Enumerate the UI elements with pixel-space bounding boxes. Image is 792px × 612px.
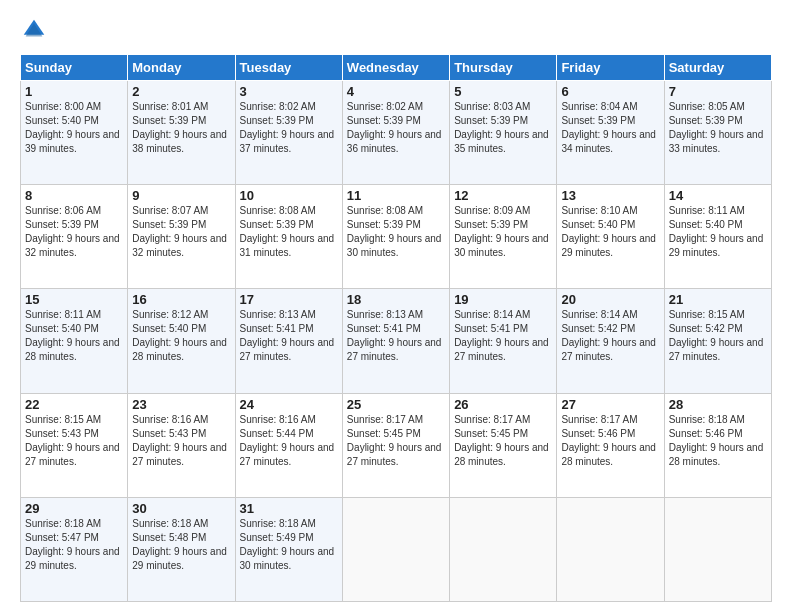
weekday-header-wednesday: Wednesday: [342, 55, 449, 81]
day-number: 16: [132, 292, 230, 307]
day-number: 29: [25, 501, 123, 516]
day-detail: Sunrise: 8:11 AMSunset: 5:40 PMDaylight:…: [669, 205, 764, 258]
day-detail: Sunrise: 8:10 AMSunset: 5:40 PMDaylight:…: [561, 205, 656, 258]
day-cell-18: 18Sunrise: 8:13 AMSunset: 5:41 PMDayligh…: [342, 289, 449, 393]
day-number: 21: [669, 292, 767, 307]
day-cell-19: 19Sunrise: 8:14 AMSunset: 5:41 PMDayligh…: [450, 289, 557, 393]
day-cell-2: 2Sunrise: 8:01 AMSunset: 5:39 PMDaylight…: [128, 81, 235, 185]
week-row-2: 8Sunrise: 8:06 AMSunset: 5:39 PMDaylight…: [21, 185, 772, 289]
day-cell-31: 31Sunrise: 8:18 AMSunset: 5:49 PMDayligh…: [235, 497, 342, 601]
day-cell-20: 20Sunrise: 8:14 AMSunset: 5:42 PMDayligh…: [557, 289, 664, 393]
day-number: 26: [454, 397, 552, 412]
day-detail: Sunrise: 8:02 AMSunset: 5:39 PMDaylight:…: [347, 101, 442, 154]
day-cell-4: 4Sunrise: 8:02 AMSunset: 5:39 PMDaylight…: [342, 81, 449, 185]
week-row-5: 29Sunrise: 8:18 AMSunset: 5:47 PMDayligh…: [21, 497, 772, 601]
day-number: 1: [25, 84, 123, 99]
day-number: 25: [347, 397, 445, 412]
day-detail: Sunrise: 8:18 AMSunset: 5:46 PMDaylight:…: [669, 414, 764, 467]
day-number: 10: [240, 188, 338, 203]
day-cell-30: 30Sunrise: 8:18 AMSunset: 5:48 PMDayligh…: [128, 497, 235, 601]
day-number: 22: [25, 397, 123, 412]
day-number: 14: [669, 188, 767, 203]
day-cell-1: 1Sunrise: 8:00 AMSunset: 5:40 PMDaylight…: [21, 81, 128, 185]
day-number: 9: [132, 188, 230, 203]
day-number: 18: [347, 292, 445, 307]
calendar-table: SundayMondayTuesdayWednesdayThursdayFrid…: [20, 54, 772, 602]
day-cell-26: 26Sunrise: 8:17 AMSunset: 5:45 PMDayligh…: [450, 393, 557, 497]
day-number: 12: [454, 188, 552, 203]
logo-icon: [20, 16, 48, 44]
day-cell-14: 14Sunrise: 8:11 AMSunset: 5:40 PMDayligh…: [664, 185, 771, 289]
empty-cell: [342, 497, 449, 601]
day-cell-25: 25Sunrise: 8:17 AMSunset: 5:45 PMDayligh…: [342, 393, 449, 497]
day-cell-10: 10Sunrise: 8:08 AMSunset: 5:39 PMDayligh…: [235, 185, 342, 289]
day-cell-5: 5Sunrise: 8:03 AMSunset: 5:39 PMDaylight…: [450, 81, 557, 185]
day-cell-17: 17Sunrise: 8:13 AMSunset: 5:41 PMDayligh…: [235, 289, 342, 393]
empty-cell: [557, 497, 664, 601]
day-cell-3: 3Sunrise: 8:02 AMSunset: 5:39 PMDaylight…: [235, 81, 342, 185]
day-cell-28: 28Sunrise: 8:18 AMSunset: 5:46 PMDayligh…: [664, 393, 771, 497]
day-number: 27: [561, 397, 659, 412]
day-detail: Sunrise: 8:01 AMSunset: 5:39 PMDaylight:…: [132, 101, 227, 154]
day-detail: Sunrise: 8:15 AMSunset: 5:43 PMDaylight:…: [25, 414, 120, 467]
weekday-header-tuesday: Tuesday: [235, 55, 342, 81]
day-number: 19: [454, 292, 552, 307]
empty-cell: [664, 497, 771, 601]
week-row-1: 1Sunrise: 8:00 AMSunset: 5:40 PMDaylight…: [21, 81, 772, 185]
weekday-header-saturday: Saturday: [664, 55, 771, 81]
weekday-header-sunday: Sunday: [21, 55, 128, 81]
day-detail: Sunrise: 8:14 AMSunset: 5:42 PMDaylight:…: [561, 309, 656, 362]
weekday-header-thursday: Thursday: [450, 55, 557, 81]
day-cell-11: 11Sunrise: 8:08 AMSunset: 5:39 PMDayligh…: [342, 185, 449, 289]
day-detail: Sunrise: 8:16 AMSunset: 5:44 PMDaylight:…: [240, 414, 335, 467]
day-detail: Sunrise: 8:17 AMSunset: 5:45 PMDaylight:…: [347, 414, 442, 467]
header: [20, 16, 772, 44]
day-detail: Sunrise: 8:18 AMSunset: 5:49 PMDaylight:…: [240, 518, 335, 571]
day-detail: Sunrise: 8:06 AMSunset: 5:39 PMDaylight:…: [25, 205, 120, 258]
day-detail: Sunrise: 8:18 AMSunset: 5:47 PMDaylight:…: [25, 518, 120, 571]
logo: [20, 16, 52, 44]
day-detail: Sunrise: 8:16 AMSunset: 5:43 PMDaylight:…: [132, 414, 227, 467]
weekday-header-friday: Friday: [557, 55, 664, 81]
page: SundayMondayTuesdayWednesdayThursdayFrid…: [0, 0, 792, 612]
day-detail: Sunrise: 8:12 AMSunset: 5:40 PMDaylight:…: [132, 309, 227, 362]
week-row-4: 22Sunrise: 8:15 AMSunset: 5:43 PMDayligh…: [21, 393, 772, 497]
day-detail: Sunrise: 8:00 AMSunset: 5:40 PMDaylight:…: [25, 101, 120, 154]
day-detail: Sunrise: 8:03 AMSunset: 5:39 PMDaylight:…: [454, 101, 549, 154]
day-number: 11: [347, 188, 445, 203]
day-cell-23: 23Sunrise: 8:16 AMSunset: 5:43 PMDayligh…: [128, 393, 235, 497]
day-number: 28: [669, 397, 767, 412]
day-number: 4: [347, 84, 445, 99]
day-cell-6: 6Sunrise: 8:04 AMSunset: 5:39 PMDaylight…: [557, 81, 664, 185]
day-cell-7: 7Sunrise: 8:05 AMSunset: 5:39 PMDaylight…: [664, 81, 771, 185]
day-number: 7: [669, 84, 767, 99]
day-cell-21: 21Sunrise: 8:15 AMSunset: 5:42 PMDayligh…: [664, 289, 771, 393]
day-detail: Sunrise: 8:14 AMSunset: 5:41 PMDaylight:…: [454, 309, 549, 362]
day-number: 20: [561, 292, 659, 307]
day-number: 2: [132, 84, 230, 99]
day-detail: Sunrise: 8:02 AMSunset: 5:39 PMDaylight:…: [240, 101, 335, 154]
day-number: 15: [25, 292, 123, 307]
day-cell-9: 9Sunrise: 8:07 AMSunset: 5:39 PMDaylight…: [128, 185, 235, 289]
day-cell-29: 29Sunrise: 8:18 AMSunset: 5:47 PMDayligh…: [21, 497, 128, 601]
day-detail: Sunrise: 8:08 AMSunset: 5:39 PMDaylight:…: [347, 205, 442, 258]
day-number: 8: [25, 188, 123, 203]
day-number: 13: [561, 188, 659, 203]
day-number: 5: [454, 84, 552, 99]
day-cell-27: 27Sunrise: 8:17 AMSunset: 5:46 PMDayligh…: [557, 393, 664, 497]
day-cell-16: 16Sunrise: 8:12 AMSunset: 5:40 PMDayligh…: [128, 289, 235, 393]
day-detail: Sunrise: 8:08 AMSunset: 5:39 PMDaylight:…: [240, 205, 335, 258]
day-number: 23: [132, 397, 230, 412]
day-detail: Sunrise: 8:13 AMSunset: 5:41 PMDaylight:…: [240, 309, 335, 362]
day-detail: Sunrise: 8:05 AMSunset: 5:39 PMDaylight:…: [669, 101, 764, 154]
day-detail: Sunrise: 8:18 AMSunset: 5:48 PMDaylight:…: [132, 518, 227, 571]
day-number: 30: [132, 501, 230, 516]
day-number: 31: [240, 501, 338, 516]
day-detail: Sunrise: 8:09 AMSunset: 5:39 PMDaylight:…: [454, 205, 549, 258]
day-detail: Sunrise: 8:17 AMSunset: 5:46 PMDaylight:…: [561, 414, 656, 467]
day-detail: Sunrise: 8:11 AMSunset: 5:40 PMDaylight:…: [25, 309, 120, 362]
weekday-header-monday: Monday: [128, 55, 235, 81]
day-cell-22: 22Sunrise: 8:15 AMSunset: 5:43 PMDayligh…: [21, 393, 128, 497]
day-cell-15: 15Sunrise: 8:11 AMSunset: 5:40 PMDayligh…: [21, 289, 128, 393]
weekday-header-row: SundayMondayTuesdayWednesdayThursdayFrid…: [21, 55, 772, 81]
